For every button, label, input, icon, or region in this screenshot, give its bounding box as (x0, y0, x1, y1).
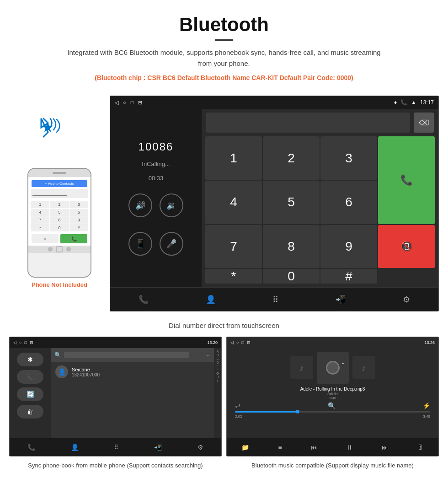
pb-back-arrow[interactable]: ← (206, 353, 210, 358)
pb-contact-row[interactable]: 👤 Seicane 13241007000 (51, 362, 214, 382)
album-art-main: ♩ (317, 352, 349, 384)
pb-call-btn[interactable]: 📞 (17, 370, 43, 384)
ms-progress-bar[interactable] (235, 411, 430, 413)
ms-prev-icon[interactable]: ⏮ (311, 444, 317, 451)
calls-icon[interactable]: 📞 (139, 295, 149, 305)
ms-mixer-icon[interactable]: 🎚 (417, 444, 424, 451)
pb-alpha-i[interactable]: I (217, 379, 218, 382)
signal-waves (48, 116, 66, 139)
pb-delete-btn[interactable]: 🗑 (17, 405, 43, 419)
android-status-bar: ◁ ○ □ ⊟ ♦ 📞 ▲ 13:17 (110, 96, 438, 109)
pb-alpha-d[interactable]: D (216, 361, 219, 364)
pb-bottom-nav: 📞 👤 ⠿ 📲 ⚙ (10, 438, 221, 456)
pb-alpha-list: A B C D E F G H I (214, 348, 221, 438)
phonebook-caption: Sync phone-book from mobile phone (Suppo… (25, 456, 205, 475)
recent-icon: □ (131, 100, 134, 105)
settings-icon[interactable]: ⚙ (403, 295, 410, 305)
dial-input-row: ⌫ (202, 109, 438, 136)
album-art-left: ♪ (290, 356, 313, 379)
page-header: Bluetooth Integrated with BC6 Bluetooth … (0, 0, 448, 91)
key-9[interactable]: 9 (320, 225, 377, 268)
dialer-icon[interactable]: ⠿ (272, 295, 278, 305)
pb-transfer-icon[interactable]: 📲 (154, 444, 162, 451)
ms-menu-icon: ⊟ (247, 340, 251, 345)
ms-track-count: 1/48 (300, 396, 365, 400)
phone-mockup: + Add to Contacts _______________ 123 45… (27, 168, 91, 278)
header-specs: (Bluetooth chip : CSR BC6 Default Blueto… (64, 73, 384, 83)
key-0[interactable]: 0 (263, 269, 320, 284)
dial-screenshot: ◁ ○ □ ⊟ ♦ 📞 ▲ 13:17 10086 InCalling... 0… (110, 96, 439, 311)
key-4[interactable]: 4 (205, 181, 262, 224)
key-6[interactable]: 6 (320, 181, 377, 224)
ms-back-icon: ◁ (230, 340, 234, 345)
phonebook-screen: ◁ ○ □ ⊟ 13:20 ✱ 📞 🔄 🗑 (10, 337, 221, 456)
key-5[interactable]: 5 (263, 181, 320, 224)
music-caption: Bluetooth music compatible (Support disp… (249, 456, 416, 475)
key-2[interactable]: 2 (263, 136, 320, 180)
transfer-btn[interactable]: 📱 (128, 232, 152, 256)
pb-alpha-f[interactable]: F (217, 368, 219, 371)
top-section: ★ + Add to Contacts _______________ 1 (0, 91, 448, 316)
dial-left-panel: 10086 InCalling... 00:33 🔊 🔉 📱 🎤 (110, 109, 202, 287)
key-8[interactable]: 8 (263, 225, 320, 268)
add-contacts-btn: + Add to Contacts (32, 180, 87, 187)
pb-alpha-b[interactable]: B (217, 354, 219, 357)
ms-status-bar: ◁ ○ □ ⊟ 13:26 (227, 337, 438, 348)
key-1[interactable]: 1 (205, 136, 262, 180)
key-hash[interactable]: # (320, 269, 377, 284)
ms-equalizer-icon[interactable]: ⚡ (422, 402, 430, 409)
pb-calls-icon[interactable]: 📞 (27, 444, 35, 451)
ms-bottom-nav: 📁 ≡ ⏮ ⏸ ⏭ 🎚 (227, 438, 438, 456)
key-7[interactable]: 7 (205, 225, 262, 268)
calling-status: InCalling... (142, 161, 170, 167)
pb-alpha-h[interactable]: H (216, 376, 219, 379)
pb-alpha-g[interactable]: G (216, 372, 219, 375)
home-icon: ○ (123, 100, 126, 105)
pb-settings-icon[interactable]: ⚙ (197, 444, 203, 451)
pb-contact-icon[interactable]: 👤 (71, 444, 79, 451)
pb-recent-icon: □ (24, 340, 27, 345)
transfer-nav-icon[interactable]: 📲 (336, 295, 346, 305)
pb-alpha-a[interactable]: A (217, 350, 219, 353)
ms-time-row: 2:02 3:49 (230, 414, 435, 419)
call-answer-btn[interactable]: 📞 (378, 136, 435, 224)
ms-time: 13:26 (424, 340, 435, 345)
pb-alpha-c[interactable]: C (216, 357, 219, 360)
pb-bluetooth-icon[interactable]: ✱ (17, 353, 43, 366)
contacts-icon[interactable]: 👤 (206, 295, 216, 305)
pb-contact-name: Seicane (72, 367, 100, 372)
ms-folder-icon[interactable]: 📁 (241, 444, 249, 451)
mute-btn[interactable]: 🎤 (160, 232, 183, 256)
ms-play-icon[interactable]: ⏸ (347, 444, 353, 451)
call-end-btn[interactable]: 📵 (378, 225, 435, 268)
dial-input-box[interactable] (206, 113, 410, 133)
ms-time-total: 3:49 (423, 414, 430, 419)
ms-track-name: Adele - Rolling In the Deep.mp3 (300, 386, 365, 392)
ms-list-icon[interactable]: ≡ (278, 444, 282, 451)
ms-progress-fill (235, 411, 298, 413)
volume-down-btn[interactable]: 🔉 (160, 193, 183, 217)
pb-menu-icon: ⊟ (30, 340, 33, 345)
dialed-number: 10086 (139, 140, 174, 153)
pb-sync-btn[interactable]: 🔄 (17, 387, 43, 401)
pb-sidebar: ✱ 📞 🔄 🗑 (10, 348, 51, 438)
pb-back-icon: ◁ (13, 340, 16, 345)
dial-controls: 🔊 🔉 (128, 193, 183, 217)
backspace-btn[interactable]: ⌫ (414, 113, 434, 133)
pb-dialer-icon[interactable]: ⠿ (114, 444, 118, 451)
ms-recent-icon: □ (241, 340, 244, 345)
ms-home-icon: ○ (236, 340, 239, 345)
ms-shuffle-icon[interactable]: ⇄ (235, 402, 240, 409)
dial-caption: Dial number direct from touchscreen (0, 316, 448, 335)
volume-up-btn[interactable]: 🔊 (128, 193, 152, 217)
pb-search-bar: 🔍 ← (51, 348, 214, 362)
key-star[interactable]: * (205, 269, 262, 284)
music-screenshot: ◁ ○ □ ⊟ 13:26 ♪ (226, 337, 439, 456)
wifi-icon: ▲ (411, 99, 416, 106)
phone-not-included-label: Phone Not Included (32, 281, 87, 288)
key-3[interactable]: 3 (320, 136, 377, 180)
ms-next-icon[interactable]: ⏭ (382, 444, 388, 451)
ms-artist: Adele (300, 392, 365, 396)
ms-search-icon[interactable]: 🔍 (328, 402, 336, 409)
pb-alpha-e[interactable]: E (217, 365, 219, 368)
